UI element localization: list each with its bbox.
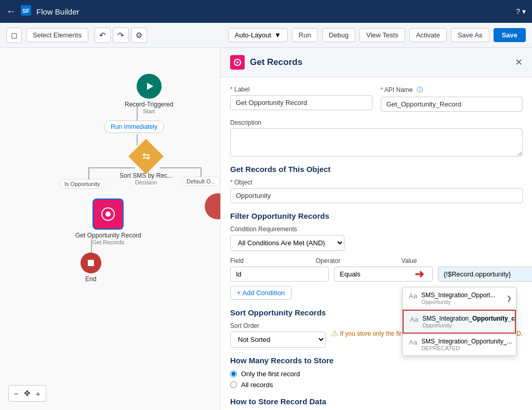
dropdown-item-sub-1: Opportunity bbox=[421, 299, 496, 305]
record-triggered-node[interactable]: Record-Triggered Start bbox=[125, 74, 174, 114]
radio-all-records[interactable]: All records bbox=[230, 381, 523, 389]
run-immediately-node[interactable]: Run Immediately bbox=[104, 121, 164, 133]
object-input[interactable] bbox=[230, 188, 523, 203]
get-opportunity-sublabel: Get Records bbox=[92, 239, 124, 245]
dropdown-item-text-3: SMS_Integration_Opportunity_... DEPRECAT… bbox=[421, 338, 512, 351]
top-nav: ← SF Flow Builder ? ▾ bbox=[0, 0, 532, 23]
sort-sms-node[interactable]: ⇆ Sort SMS by Rec... Decision bbox=[119, 144, 172, 186]
decision-diamond: ⇆ bbox=[128, 139, 164, 174]
debug-button[interactable]: Debug bbox=[322, 28, 355, 42]
description-input[interactable] bbox=[230, 128, 523, 156]
connector-to-end bbox=[91, 239, 92, 254]
field-input[interactable] bbox=[230, 267, 329, 282]
activate-button[interactable]: Activate bbox=[409, 28, 447, 42]
sort-order-label: Sort Order bbox=[230, 322, 326, 329]
app-logo: SF bbox=[21, 5, 31, 18]
app-title: Flow Builder bbox=[36, 7, 79, 16]
value-header: Value bbox=[402, 257, 502, 264]
zoom-controls: − ✥ + bbox=[8, 385, 46, 402]
panel-body: * Label * API Name ⓘ Description G bbox=[221, 77, 532, 410]
field-header: Field bbox=[230, 257, 311, 264]
sort-order-select[interactable]: Not Sorted bbox=[230, 332, 326, 348]
zoom-out-button[interactable]: − bbox=[13, 388, 20, 399]
object-group: * Object bbox=[230, 179, 523, 203]
sort-order-group: Sort Order Not Sorted bbox=[230, 322, 326, 348]
select-elements-button[interactable]: Select Elements bbox=[26, 28, 88, 42]
undo-button[interactable]: ↶ bbox=[95, 28, 111, 43]
run-immediately-label[interactable]: Run Immediately bbox=[104, 121, 164, 133]
dropdown-popup: Aa SMS_Integration_Opport... Opportunity… bbox=[402, 287, 516, 356]
branch-right bbox=[160, 167, 202, 168]
how-many-section-title: How Many Records to Store bbox=[230, 356, 523, 365]
end-circle bbox=[81, 253, 101, 273]
dropdown-item-2[interactable]: Aa SMS_Integration_Opportunity_c Opportu… bbox=[403, 310, 516, 334]
connector-1 bbox=[137, 104, 138, 121]
end-node[interactable]: End bbox=[81, 253, 101, 283]
close-button[interactable]: ✕ bbox=[515, 57, 523, 68]
dropdown-icon-2: Aa bbox=[410, 315, 418, 323]
default-label: Default O... bbox=[182, 177, 220, 186]
radio-first-record[interactable]: Only the first record bbox=[230, 370, 523, 378]
records-count-radio-group: Only the first record All records bbox=[230, 370, 523, 389]
dropdown-item-text-2: SMS_Integration_Opportunity_c Opportunit… bbox=[422, 315, 515, 328]
partial-node bbox=[205, 193, 220, 219]
history-controls: ↶ ↷ ⚙ bbox=[95, 28, 147, 43]
auto-layout-button[interactable]: Auto-Layout ▼ bbox=[228, 28, 288, 42]
add-condition-button[interactable]: + Add Condition bbox=[230, 286, 291, 300]
svg-point-4 bbox=[105, 211, 111, 217]
panel-icon bbox=[230, 55, 245, 70]
api-name-group: * API Name ⓘ bbox=[381, 86, 523, 112]
label-group: * Label bbox=[230, 86, 373, 112]
value-input[interactable] bbox=[438, 267, 532, 282]
object-label: * Object bbox=[230, 179, 523, 186]
get-records-icon bbox=[92, 199, 124, 230]
label-input[interactable] bbox=[230, 95, 373, 110]
get-opportunity-node[interactable]: Get Opportunity Record Get Records bbox=[75, 199, 141, 245]
dropdown-icon-1: Aa bbox=[409, 292, 417, 300]
dropdown-item-name-3: SMS_Integration_Opportunity_... bbox=[421, 338, 512, 345]
chevron-down-icon: ▼ bbox=[274, 31, 281, 39]
condition-req-label: Condition Requirements bbox=[230, 226, 523, 233]
canvas[interactable]: Record-Triggered Start Run Immediately ⇆… bbox=[0, 48, 220, 410]
get-opportunity-label: Get Opportunity Record bbox=[75, 232, 141, 239]
condition-req-group: Condition Requirements All Conditions Ar… bbox=[230, 226, 523, 251]
api-name-input[interactable] bbox=[381, 97, 523, 112]
redo-button[interactable]: ↷ bbox=[113, 28, 129, 43]
store-data-section-title: How to Store Record Data bbox=[230, 397, 523, 406]
dropdown-item-name-2: SMS_Integration_Opportunity_c bbox=[422, 315, 515, 322]
dropdown-item-3[interactable]: Aa SMS_Integration_Opportunity_... DEPRE… bbox=[403, 334, 516, 355]
svg-point-7 bbox=[236, 61, 238, 63]
warning-icon: ⚠ bbox=[331, 328, 338, 338]
dropdown-item-name-1: SMS_Integration_Opport... bbox=[421, 292, 496, 299]
fit-view-button[interactable]: ✥ bbox=[23, 388, 32, 399]
condition-req-select[interactable]: All Conditions Are Met (AND) bbox=[230, 235, 344, 251]
default-text: Default O... bbox=[187, 178, 216, 184]
operator-header: Operator bbox=[316, 257, 396, 264]
svg-text:SF: SF bbox=[22, 8, 30, 14]
settings-button[interactable]: ⚙ bbox=[131, 28, 147, 43]
filter-section-title: Filter Opportunity Records bbox=[230, 211, 523, 220]
view-tests-button[interactable]: View Tests bbox=[360, 28, 405, 42]
object-section-title: Get Records of This Object bbox=[230, 165, 523, 174]
svg-marker-2 bbox=[147, 83, 153, 90]
sort-sms-sublabel: Decision bbox=[135, 179, 157, 186]
start-node-circle bbox=[137, 74, 162, 99]
condition-row-1: 🗑 ➜ bbox=[230, 267, 523, 282]
back-button[interactable]: ← bbox=[6, 6, 16, 17]
help-button[interactable]: ? ▾ bbox=[516, 7, 526, 16]
start-node-sublabel: Start bbox=[143, 108, 155, 114]
auto-layout-label: Auto-Layout bbox=[235, 31, 271, 39]
save-button[interactable]: Save bbox=[494, 28, 526, 42]
expand-button[interactable]: ◻ bbox=[6, 28, 22, 43]
label-field-label: * Label bbox=[230, 86, 373, 93]
run-button[interactable]: Run bbox=[292, 28, 318, 42]
side-panel: Get Records ✕ * Label * API Name ⓘ bbox=[220, 48, 532, 410]
save-as-button[interactable]: Save As bbox=[451, 28, 489, 42]
label-api-row: * Label * API Name ⓘ bbox=[230, 86, 523, 112]
dropdown-item-1[interactable]: Aa SMS_Integration_Opport... Opportunity… bbox=[403, 287, 516, 310]
main-area: Record-Triggered Start Run Immediately ⇆… bbox=[0, 48, 532, 410]
dropdown-item-sub-3: DEPRECATED bbox=[421, 345, 512, 351]
description-group: Description bbox=[230, 119, 523, 156]
condition-headers: Field Operator Value bbox=[230, 257, 523, 264]
zoom-in-button[interactable]: + bbox=[35, 388, 42, 399]
